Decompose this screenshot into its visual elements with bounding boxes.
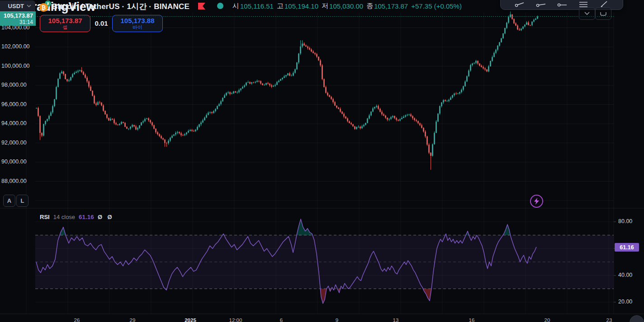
- spread-value: 0.01: [90, 19, 112, 27]
- price-axis-label: 92,000.00: [1, 140, 27, 146]
- rsi-axis-label: 80.00: [618, 218, 632, 224]
- tray-icon: [600, 12, 606, 16]
- boost-button[interactable]: [530, 195, 543, 208]
- buy-price: 105,173.88: [120, 17, 154, 24]
- bar-countdown: 31:14: [19, 19, 33, 25]
- log-scale-label: L: [21, 197, 24, 204]
- low-label: 저: [322, 2, 328, 10]
- rsi-title: RSI: [40, 214, 50, 220]
- bitcoin-coin-icon: ₿: [39, 3, 48, 12]
- current-price-value: 105,173.87: [4, 12, 33, 19]
- high-label: 고: [277, 2, 284, 10]
- sell-button[interactable]: 105,173.87 셀: [40, 15, 90, 32]
- scroll-down-button[interactable]: [579, 7, 595, 20]
- trendline-tool-icon[interactable]: [515, 0, 525, 8]
- parallel-lines-tool-icon[interactable]: [578, 0, 588, 8]
- price-axis-label: 98,000.00: [1, 82, 27, 88]
- buy-button[interactable]: 105,173.88 바이: [112, 15, 163, 32]
- time-axis-label: 20: [545, 317, 550, 322]
- sell-label: 셀: [63, 24, 68, 30]
- lightning-bolt-icon: [534, 198, 540, 205]
- rsi-value-badge: 61.16: [615, 243, 639, 252]
- time-axis-label: 2025: [185, 317, 196, 322]
- time-axis-label: 12:00: [229, 317, 242, 322]
- close-value: 105,173.87: [374, 2, 408, 10]
- price-axis-label: 94,000.00: [1, 120, 27, 126]
- horizontal-line-tool-icon[interactable]: [557, 0, 567, 8]
- low-value: 105,030.00: [329, 2, 363, 10]
- chevron-down-icon: [584, 12, 590, 15]
- open-value: 105,116.51: [240, 2, 274, 10]
- tradingview-chart-app: USDT ₮ ₿ Bitcoin / TetherUS · 1시간 · BINA…: [0, 0, 644, 322]
- sell-price: 105,173.87: [48, 17, 82, 24]
- price-axis-label: 90,000.00: [1, 159, 27, 165]
- change-value: +57.35 (+0.05%): [411, 2, 462, 10]
- close-label: 종: [366, 2, 373, 10]
- market-status-dot[interactable]: [217, 3, 223, 9]
- rsi-value: 61.16: [79, 214, 94, 220]
- time-axis-label: 9: [336, 317, 338, 322]
- buy-label: 바이: [133, 24, 142, 30]
- time-axis-label: 26: [74, 317, 80, 322]
- price-axis-label: 102,000.00: [1, 43, 30, 50]
- rsi-indicator-header[interactable]: RSI 14 close 61.16 Ø Ø: [40, 214, 114, 220]
- high-value: 105,194.10: [284, 2, 318, 10]
- pencil-tool-icon[interactable]: [600, 0, 609, 8]
- ray-tool-icon[interactable]: [536, 0, 546, 8]
- chart-canvas[interactable]: [0, 0, 644, 322]
- time-axis-label: 13: [393, 317, 399, 322]
- auto-scale-label: A: [7, 197, 11, 204]
- log-scale-button[interactable]: L: [16, 195, 28, 207]
- pane-button[interactable]: [595, 7, 611, 20]
- price-axis-label: 88,000.00: [1, 178, 27, 184]
- time-axis-label: 29: [130, 317, 136, 322]
- time-axis-label: 16: [469, 317, 475, 322]
- chart-symbol-title[interactable]: Bitcoin / TetherUS · 1시간 · BINANCE: [52, 1, 189, 12]
- ohlc-readout: 시105,116.51 고105,194.10 저105,030.00 종105…: [232, 2, 462, 10]
- rsi-null-icons: Ø Ø: [98, 214, 114, 220]
- rsi-axis-label: 20.00: [618, 299, 632, 305]
- symbol-dropdown-label: USDT: [8, 3, 24, 9]
- flag-icon[interactable]: [198, 2, 206, 10]
- symbol-dropdown[interactable]: USDT: [0, 0, 35, 11]
- price-axis-label: 96,000.00: [1, 101, 27, 107]
- time-axis-label: 23: [606, 317, 612, 322]
- price-axis-label: 100,000.00: [1, 63, 30, 69]
- auto-scale-button[interactable]: A: [3, 195, 15, 207]
- time-axis-label: 6: [280, 317, 283, 322]
- rsi-axis-label: 40.00: [618, 272, 632, 278]
- rsi-params: 14 close: [53, 214, 75, 220]
- chevron-down-icon: [27, 5, 31, 7]
- current-price-badge: 105,173.87 31:14: [0, 11, 36, 26]
- open-label: 시: [232, 2, 239, 10]
